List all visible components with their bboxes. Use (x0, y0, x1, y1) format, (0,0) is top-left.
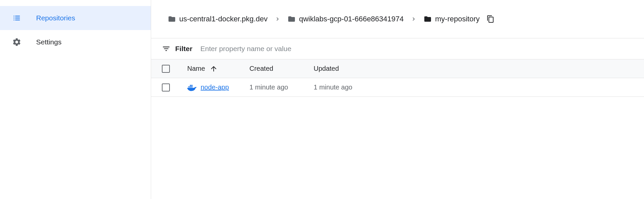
svg-rect-2 (191, 86, 193, 87)
image-name-link[interactable]: node-app (201, 83, 229, 91)
sidebar-item-repositories[interactable]: Repositories (0, 6, 151, 30)
main-content: us-central1-docker.pkg.dev qwiklabs-gcp-… (151, 0, 644, 199)
docker-icon (187, 84, 197, 91)
table: Name Created Updated (151, 59, 644, 97)
header-name-label: Name (187, 65, 205, 72)
breadcrumb: us-central1-docker.pkg.dev qwiklabs-gcp-… (151, 0, 644, 38)
chevron-right-icon (410, 16, 417, 22)
sort-ascending-icon (210, 65, 218, 73)
copy-icon[interactable] (487, 15, 495, 23)
filter-input[interactable] (200, 45, 644, 53)
sidebar-item-label: Repositories (36, 14, 75, 22)
sidebar-item-label: Settings (36, 38, 62, 46)
sidebar: Repositories Settings (0, 0, 151, 199)
sidebar-item-settings[interactable]: Settings (0, 30, 151, 54)
breadcrumb-item-repository[interactable]: my-repository (424, 15, 479, 23)
list-icon (12, 13, 21, 23)
select-all-checkbox[interactable] (162, 65, 170, 73)
folder-icon (424, 15, 432, 23)
filter-label: Filter (175, 45, 192, 53)
header-updated[interactable]: Updated (314, 65, 644, 72)
header-created[interactable]: Created (249, 65, 314, 72)
header-created-label: Created (249, 65, 273, 72)
folder-icon (168, 15, 176, 23)
table-header: Name Created Updated (151, 59, 644, 78)
breadcrumb-label: us-central1-docker.pkg.dev (179, 15, 267, 23)
gear-icon (12, 37, 21, 47)
row-checkbox-cell (162, 83, 187, 91)
breadcrumb-label: qwiklabs-gcp-01-666e86341974 (299, 15, 404, 23)
svg-rect-3 (190, 85, 191, 86)
header-name[interactable]: Name (187, 65, 249, 73)
row-checkbox[interactable] (162, 83, 170, 91)
folder-icon (288, 15, 296, 23)
chevron-right-icon (274, 16, 281, 22)
breadcrumb-item-project[interactable]: qwiklabs-gcp-01-666e86341974 (288, 15, 404, 23)
breadcrumb-item-registry[interactable]: us-central1-docker.pkg.dev (168, 15, 267, 23)
svg-rect-4 (191, 85, 193, 86)
header-updated-label: Updated (314, 65, 339, 72)
breadcrumb-label: my-repository (435, 15, 479, 23)
row-name-cell: node-app (187, 83, 249, 91)
row-updated: 1 minute ago (314, 83, 644, 91)
table-row: node-app 1 minute ago 1 minute ago (151, 78, 644, 97)
filter-bar: Filter (151, 38, 644, 59)
svg-rect-0 (189, 86, 190, 87)
filter-icon[interactable] (162, 44, 171, 53)
row-created: 1 minute ago (249, 83, 314, 91)
svg-rect-1 (190, 86, 191, 87)
header-checkbox-cell (162, 65, 187, 73)
